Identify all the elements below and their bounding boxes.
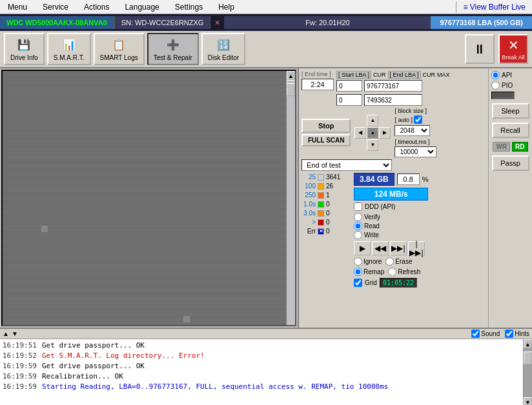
break-all-button[interactable]: ✕ Break All — [498, 34, 528, 64]
bottom-checkboxes: Sound Hints — [471, 330, 529, 338]
start-lba-label: [ Start LBA ] — [336, 71, 371, 79]
ddd-api-checkbox[interactable] — [354, 202, 362, 211]
test-repair-button[interactable]: ➕ Test & Repair — [147, 33, 199, 65]
cur-end-lba-input[interactable] — [364, 94, 422, 106]
log-scroll-down[interactable]: ▼ — [12, 330, 18, 337]
remap-radio[interactable] — [354, 268, 362, 276]
menu-language[interactable]: Language — [117, 1, 167, 13]
toolbar-right: ⏸ ✕ Break All — [465, 34, 528, 64]
rewind-button[interactable]: ◀◀ — [372, 241, 389, 255]
block-250-label: 250 — [302, 192, 316, 199]
passp-button[interactable]: Passp — [492, 155, 529, 171]
menu-service[interactable]: Service — [35, 1, 76, 13]
log-scroll-thumb[interactable] — [524, 351, 532, 364]
dir-down[interactable]: ▼ — [367, 139, 378, 151]
start-lba-input[interactable] — [336, 80, 362, 92]
write-radio[interactable] — [354, 231, 362, 239]
dir-center[interactable]: ◆ — [367, 127, 378, 139]
interface-indicator — [491, 92, 515, 99]
dir-left[interactable]: ◀ — [354, 127, 366, 139]
stop-button[interactable]: Stop — [302, 119, 351, 133]
drive-info-button[interactable]: 💾 Drive Info — [4, 33, 45, 65]
close-drive-button[interactable]: ✕ — [210, 19, 224, 27]
sound-option[interactable]: Sound — [471, 330, 500, 338]
controls-panel: [ End time ] 2:24 [ Start LBA ] CUR [ En… — [298, 68, 488, 328]
block-row-err: Err ✕ 0 — [302, 228, 349, 235]
skip-button[interactable]: ▶▶| — [390, 241, 407, 255]
max-label: MAX — [437, 72, 450, 78]
menu-actions[interactable]: Actions — [76, 1, 117, 13]
block-row-gt: > 0 — [302, 219, 349, 226]
end-of-test-select[interactable]: End of test — [302, 159, 392, 171]
play-button[interactable]: ▶ — [354, 241, 371, 255]
end-button[interactable]: |▶▶| — [408, 241, 425, 255]
pio-radio[interactable] — [491, 81, 500, 90]
block-25-color — [318, 174, 324, 181]
grid-checkbox[interactable] — [354, 279, 362, 287]
dir-right[interactable]: ▶ — [379, 127, 391, 139]
block-gt-label: > — [302, 219, 316, 226]
menu-help[interactable]: Help — [210, 1, 242, 13]
ignore-radio[interactable] — [354, 257, 362, 266]
scan-block-2 — [183, 316, 190, 322]
view-buffer-button[interactable]: ≡ View Buffer Live — [456, 1, 532, 13]
disk-editor-button[interactable]: 🔢 Disk Editor — [201, 33, 245, 65]
log-scroll-down-btn[interactable]: ▼ — [524, 397, 532, 405]
erase-radio[interactable] — [385, 257, 394, 266]
firmware-version: Fw: 20.01H20 — [224, 16, 431, 29]
log-area: ▲ ▼ Sound Hints 16:19:51Get drive passpo… — [0, 328, 532, 405]
menu-menu[interactable]: Menu — [0, 1, 35, 13]
app-window: Menu Service Actions Language Settings H… — [0, 0, 532, 405]
timeout-label: [ timeout,ms ] — [394, 139, 429, 145]
cur2-label: CUR — [423, 72, 436, 78]
api-radio[interactable] — [491, 71, 500, 79]
end-lba-input[interactable] — [364, 80, 422, 92]
grid-area: ▲ ▼ — [1, 70, 296, 326]
pause-button[interactable]: ⏸ — [465, 34, 495, 64]
refresh-radio[interactable] — [388, 268, 396, 276]
block-1s-count: 0 — [326, 201, 349, 208]
cur-lba-input[interactable] — [336, 94, 362, 106]
remap-option: Remap — [354, 268, 384, 276]
block-3s-count: 0 — [326, 210, 349, 217]
scroll-thumb[interactable] — [287, 83, 295, 96]
block-100-count: 26 — [326, 183, 349, 190]
block-size-select[interactable]: 2048 — [394, 125, 430, 136]
block-25-count: 3641 — [326, 173, 349, 181]
time-value: 2:24 — [302, 79, 334, 90]
playback-controls: ▶ ◀◀ ▶▶| |▶▶| — [354, 241, 428, 255]
sound-checkbox[interactable] — [471, 330, 480, 338]
hints-label: Hints — [515, 330, 529, 337]
hints-option[interactable]: Hints — [505, 330, 529, 338]
sleep-button[interactable]: Sleep — [492, 103, 529, 119]
smart-button[interactable]: 📊 S.M.A.R.T. — [47, 33, 91, 65]
side-panel: API PIO Sleep Recall WR RD Passp — [488, 68, 532, 328]
log-scroll-track[interactable] — [524, 348, 532, 397]
log-scroll-up-btn[interactable]: ▲ — [524, 339, 532, 348]
smart-logs-button[interactable]: 📋 SMART Logs — [94, 33, 145, 65]
ignore-option: Ignore — [354, 257, 382, 266]
verify-option: Verify — [354, 213, 428, 221]
verify-radio[interactable] — [354, 213, 362, 221]
timeout-select[interactable]: 10000 — [394, 146, 436, 157]
auto-checkbox[interactable] — [414, 115, 422, 124]
log-scroll-up[interactable]: ▲ — [3, 330, 9, 337]
scroll-up-arrow[interactable]: ▲ — [287, 71, 295, 80]
menu-settings[interactable]: Settings — [167, 1, 210, 13]
hints-checkbox[interactable] — [505, 330, 513, 338]
read-radio[interactable] — [354, 222, 362, 230]
block-err-label: Err — [302, 228, 316, 235]
pause-icon: ⏸ — [473, 42, 486, 57]
grid-scrollbar[interactable]: ▲ ▼ — [286, 71, 295, 325]
fullscan-button[interactable]: FULL SCAN — [302, 134, 351, 146]
read-label: Read — [364, 222, 380, 230]
dir-up[interactable]: ▲ — [367, 115, 378, 126]
log-header: ▲ ▼ Sound Hints — [0, 329, 532, 339]
block-row-1s: 1.0s 0 — [302, 201, 349, 208]
log-scrollbar[interactable]: ▲ ▼ — [523, 339, 532, 405]
remap-label: Remap — [363, 268, 384, 275]
refresh-option: Refresh — [388, 268, 420, 276]
block-250-count: 1 — [326, 192, 349, 199]
recall-button[interactable]: Recall — [492, 123, 529, 138]
block-row-100: 100 26 — [302, 183, 349, 190]
